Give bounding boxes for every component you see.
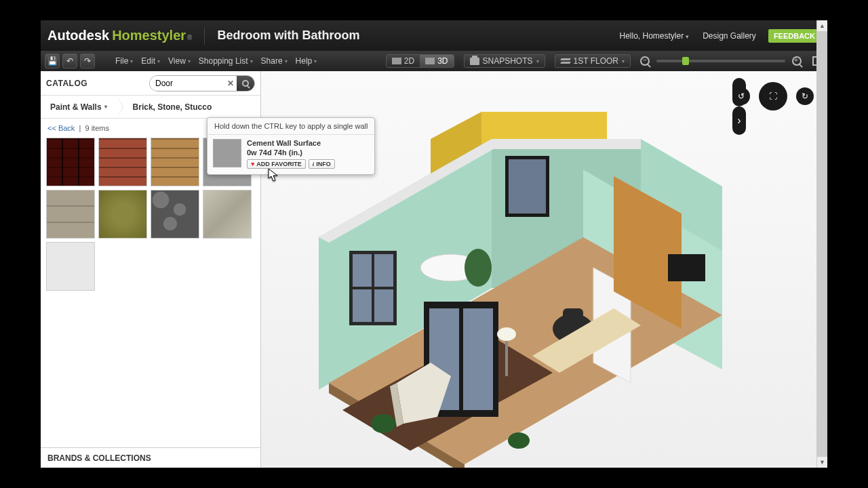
menu-share[interactable]: Share (258, 56, 290, 66)
svg-point-32 (371, 414, 395, 433)
orbit-up-button[interactable]: ˄ (769, 74, 772, 81)
tooltip-thumbnail (213, 139, 241, 167)
user-menu[interactable]: Hello, Homestyler (619, 31, 689, 41)
swatch-brick-red-2[interactable] (98, 138, 147, 186)
snapshots-button[interactable]: SNAPSHOTS (464, 54, 545, 68)
menu-view[interactable]: View (165, 56, 193, 66)
menu-edit[interactable]: Edit (138, 56, 163, 66)
swatch-brick-tan[interactable] (151, 138, 199, 186)
design-gallery-link[interactable]: Design Gallery (703, 31, 756, 41)
material-tooltip: Hold down the CTRL key to apply a single… (207, 117, 375, 175)
orbit-down-button[interactable]: ˅ (769, 112, 772, 119)
main-area: CATALOG ✕ Paint & Walls Brick, Stone, St… (41, 71, 827, 468)
svg-rect-28 (505, 336, 508, 376)
breadcrumb-paint-walls[interactable]: Paint & Walls (41, 96, 117, 118)
mode-2d-button[interactable]: 2D (387, 55, 420, 67)
save-button[interactable]: 💾 (45, 54, 60, 68)
header-bar: Autodesk Homestyler ® Bedroom with Bathr… (41, 20, 827, 51)
mode-3d-button[interactable]: 3D (420, 55, 453, 67)
swatch-moss-stone[interactable] (98, 190, 147, 239)
swatch-marble[interactable] (203, 190, 252, 239)
scroll-thumb[interactable] (817, 31, 827, 457)
layers-icon (561, 57, 570, 65)
menu-file[interactable]: File (113, 56, 136, 66)
search-icon (242, 80, 249, 87)
header-divider (204, 27, 205, 45)
zoom-slider[interactable] (656, 60, 785, 62)
brand-homestyler: Homestyler (112, 28, 186, 43)
tooltip-hint: Hold down the CTRL key to apply a single… (208, 118, 374, 135)
swatch-cobblestone[interactable] (151, 190, 199, 239)
add-favorite-button[interactable]: ♥ADD FAVORITE (247, 159, 306, 169)
brand-reg-icon: ® (187, 34, 192, 41)
floor-selector[interactable]: 1ST FLOOR (555, 54, 631, 68)
rotate-cw-button[interactable]: ↻ (796, 87, 814, 105)
swatch-stucco-white[interactable] (46, 242, 95, 291)
brand-logo: Autodesk Homestyler ® (47, 28, 192, 43)
info-button[interactable]: iINFO (309, 159, 335, 169)
svg-point-33 (508, 432, 530, 449)
svg-rect-22 (668, 254, 705, 281)
plan-icon (392, 58, 401, 64)
search-wrap: ✕ (149, 75, 255, 92)
menu-shopping-list[interactable]: Shopping List (196, 56, 256, 66)
brands-collections-button[interactable]: BRANDS & COLLECTIONS (41, 447, 260, 468)
menu-help[interactable]: Help (293, 56, 320, 66)
swatch-brick-red-1[interactable] (46, 138, 95, 186)
document-title: Bedroom with Bathroom (217, 28, 359, 43)
orbit-right-button[interactable]: › (732, 106, 746, 135)
swatch-stone-tile[interactable] (46, 190, 95, 239)
heart-icon: ♥ (251, 161, 254, 167)
camera-icon (470, 58, 479, 65)
brand-autodesk: Autodesk (47, 28, 109, 43)
item-count: | 9 items (77, 124, 109, 132)
view-mode-toggle: 2D 3D (386, 54, 454, 68)
svg-marker-7 (492, 139, 641, 149)
zoom-in-button[interactable] (792, 56, 802, 66)
vertical-scrollbar[interactable]: ▲ ▼ (816, 20, 827, 468)
clear-search-button[interactable]: ✕ (224, 76, 237, 91)
scroll-down-button[interactable]: ▼ (817, 457, 827, 468)
app-window: Autodesk Homestyler ® Bedroom with Bathr… (41, 20, 827, 468)
redo-button[interactable]: ↷ (80, 54, 95, 68)
catalog-heading: CATALOG (46, 79, 87, 88)
svg-point-31 (465, 249, 492, 287)
orbit-center-button[interactable]: ⛶ (759, 82, 787, 110)
catalog-header-row: CATALOG ✕ (41, 71, 260, 96)
toolbar: 💾 ↶ ↷ File Edit View Shopping List Share… (41, 51, 827, 71)
breadcrumb-brick-stone[interactable]: Brick, Stone, Stucco (123, 96, 222, 118)
zoom-out-button[interactable] (640, 56, 650, 66)
back-link[interactable]: << Back (47, 124, 75, 132)
material-dimensions: 0w 74d 74h (in.) (247, 148, 335, 157)
svg-point-29 (497, 327, 516, 341)
search-input[interactable] (150, 76, 224, 91)
undo-button[interactable]: ↶ (62, 54, 77, 68)
cube-icon (425, 58, 435, 64)
rotate-ccw-button[interactable]: ↺ (732, 87, 750, 105)
scroll-up-button[interactable]: ▲ (817, 20, 827, 31)
feedback-button[interactable]: FEEDBACK (768, 29, 821, 43)
breadcrumb: Paint & Walls Brick, Stone, Stucco (41, 96, 260, 119)
info-icon: i (313, 161, 315, 167)
search-button[interactable] (237, 76, 254, 91)
svg-rect-20 (509, 159, 546, 214)
orbit-navigator: ˄ ↺ ‹ ⛶ › ↻ ˅ (732, 78, 814, 115)
zoom-thumb[interactable] (682, 57, 689, 65)
material-name: Cement Wall Surface (247, 139, 335, 147)
